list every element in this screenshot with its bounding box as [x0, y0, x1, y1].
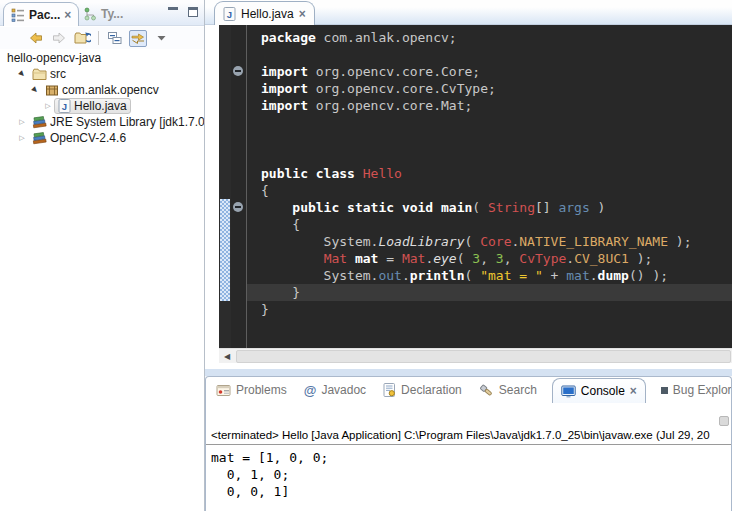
expand-arrow-icon[interactable]: ▷ [16, 118, 28, 126]
toolbar-separator [98, 31, 99, 45]
java-file-icon: J [223, 7, 236, 21]
package-icon [45, 84, 59, 97]
tab-label: Bug Explorer [673, 383, 731, 397]
expand-arrow-icon[interactable]: ▷ [16, 134, 28, 142]
bottom-tabbar: Problems@JavadocDeclarationSearchConsole… [206, 377, 731, 403]
tree-item-hello-opencv-java[interactable]: hello-opencv-java [0, 50, 204, 66]
console-output-line: mat = [1, 0, 0; [211, 449, 731, 466]
forward-button[interactable] [50, 30, 68, 47]
tab-search[interactable]: Search [477, 377, 539, 403]
code-editor[interactable]: package com.anlak.opencv;import org.open… [219, 25, 732, 348]
code-line-1: package com.anlak.opencv; [247, 29, 732, 46]
tab-type-hierarchy[interactable]: Ty... [76, 2, 130, 26]
bug-icon [661, 387, 668, 394]
package-explorer-icon [11, 8, 25, 22]
editor-tab-hello-java[interactable]: J Hello.java × [214, 1, 315, 25]
library-icon [32, 131, 47, 145]
tab-label: Problems [236, 383, 287, 397]
tab-package-explorer[interactable]: Pac... × [3, 2, 79, 26]
console-output-line: 0, 0, 1] [211, 483, 731, 500]
link-editor-icon [130, 32, 146, 45]
tree-item-com-anlak-opencv[interactable]: ▶com.anlak.opencv [0, 82, 204, 98]
code-line-6 [247, 114, 732, 131]
java-file-icon: J [58, 99, 71, 113]
package-explorer-panel: Pac... × Ty... hello-opencv-java▶src▶com… [0, 0, 205, 511]
type-hierarchy-icon [83, 7, 97, 21]
src-folder-icon [32, 68, 47, 81]
close-icon[interactable]: × [64, 8, 71, 22]
code-line-12: { [247, 216, 732, 233]
console-output-line: 0, 1, 0; [211, 466, 731, 483]
code-line-2 [247, 46, 732, 63]
back-button[interactable] [27, 30, 45, 47]
code-text[interactable]: package com.anlak.opencv;import org.open… [247, 25, 732, 318]
tab-javadoc[interactable]: @Javadoc [302, 377, 368, 403]
left-panel-header: Pac... × Ty... [0, 0, 204, 26]
collapse-arrow-icon[interactable]: ▶ [28, 83, 42, 97]
code-line-3: import org.opencv.core.Core; [247, 63, 732, 80]
editor-console-sash[interactable] [205, 369, 732, 376]
tree-item-label: OpenCV-2.4.6 [50, 131, 126, 145]
tab-bug-explorer[interactable]: Bug Explorer [659, 377, 731, 403]
tree-item-opencv-2-4-6[interactable]: ▷OpenCV-2.4.6 [0, 130, 204, 146]
svg-text:J: J [227, 8, 232, 19]
console-output: mat = [1, 0, 0; 0, 1, 0; 0, 0, 1] [211, 449, 731, 500]
tree-item-label: com.anlak.opencv [62, 83, 159, 97]
search-icon [479, 383, 494, 397]
code-line-16: } [247, 284, 732, 301]
javadoc-icon: @ [304, 384, 317, 397]
link-with-editor-button[interactable] [129, 30, 147, 47]
scroll-left-icon[interactable]: ◀ [219, 349, 235, 364]
package-explorer-toolbar [0, 27, 204, 49]
tab-console[interactable]: Console× [552, 378, 646, 403]
fold-collapse-icon[interactable] [233, 66, 243, 76]
svg-text:J: J [62, 101, 67, 112]
code-line-5: import org.opencv.core.Mat; [247, 97, 732, 114]
console-panel: Problems@JavadocDeclarationSearchConsole… [205, 376, 732, 511]
editor-area: J Hello.java × package com.anlak.opencv;… [205, 0, 732, 369]
code-line-9: public class Hello [247, 165, 732, 182]
arrow-back-icon [28, 31, 44, 45]
minimize-icon[interactable] [168, 7, 178, 17]
problems-icon [216, 384, 231, 397]
tab-label: Declaration [401, 383, 462, 397]
panel-window-buttons [168, 7, 198, 17]
tree-item-src[interactable]: ▶src [0, 66, 204, 82]
code-line-11: public static void main( String[] args ) [247, 199, 732, 216]
code-line-13: System.LoadLibrary( Core.NATIVE_LIBRARY_… [247, 233, 732, 250]
tab-declaration[interactable]: Declaration [381, 377, 464, 403]
tab-label: Search [499, 383, 537, 397]
dropdown-icon [157, 35, 166, 41]
collapse-all-icon [107, 31, 123, 45]
tab-problems[interactable]: Problems [214, 377, 289, 403]
tree-item-jre-system-library-jdk1-7-0-25[interactable]: ▷JRE System Library [jdk1.7.0_25] [0, 114, 204, 130]
library-icon [32, 115, 47, 129]
project-tree: hello-opencv-java▶src▶com.anlak.opencv▷J… [0, 50, 204, 146]
up-button[interactable] [73, 30, 91, 47]
console-icon [561, 385, 576, 398]
declaration-icon [383, 383, 396, 397]
collapse-all-button[interactable] [106, 30, 124, 47]
folder-up-icon [74, 31, 91, 45]
console-status-line: <terminated> Hello [Java Application] C:… [206, 429, 731, 445]
close-icon[interactable]: × [630, 384, 637, 398]
close-icon[interactable]: × [299, 7, 306, 21]
editor-folding-column [231, 25, 246, 348]
tab-label: Javadoc [321, 383, 366, 397]
tree-item-content: JRE System Library [jdk1.7.0_25] [28, 114, 205, 130]
scrollbar-thumb[interactable] [236, 350, 731, 363]
eclipse-ide-window: Pac... × Ty... hello-opencv-java▶src▶com… [0, 0, 732, 511]
tab-package-explorer-label: Pac... [29, 8, 60, 22]
maximize-icon[interactable] [188, 7, 198, 17]
tree-item-label: Hello.java [74, 99, 127, 113]
tree-item-content: hello-opencv-java [3, 50, 105, 66]
tree-item-hello-java[interactable]: ▷JHello.java [0, 98, 204, 114]
console-toolbar-partial-button[interactable] [719, 416, 729, 426]
fold-collapse-icon[interactable] [233, 202, 243, 212]
tree-item-label: JRE System Library [jdk1.7.0_25] [50, 115, 205, 129]
editor-horizontal-scrollbar[interactable]: ◀ [219, 348, 732, 363]
collapse-arrow-icon[interactable]: ▶ [15, 67, 29, 81]
view-menu-button[interactable] [152, 30, 170, 47]
editor-tab-label: Hello.java [241, 7, 294, 21]
expand-arrow-icon[interactable]: ▷ [42, 102, 54, 110]
